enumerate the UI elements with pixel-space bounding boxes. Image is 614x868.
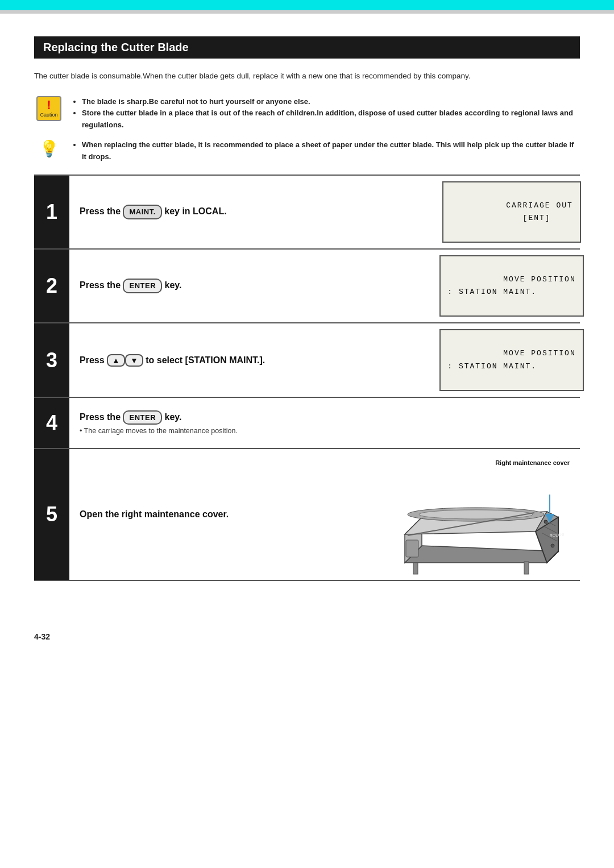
enter-key-badge-2: ENTER (123, 279, 162, 293)
step-1-row: 1 Press the MAINT. key in LOCAL. CARRIAG… (34, 176, 580, 250)
step-1-title-before: Press the (80, 206, 123, 216)
step-2-title-before: Press the (80, 280, 123, 290)
tip-notice: 💡 When replacing the cutter blade, it is… (34, 139, 580, 163)
step-1-number: 1 (34, 176, 69, 248)
step-2-display: MOVE POSITION: STATION MAINT. (443, 250, 580, 322)
step-5-content: Open the right maintenance cover. (69, 449, 377, 580)
step-3-number: 3 (34, 323, 69, 396)
step-3-title-after: to select [STATION MAINT.]. (143, 355, 265, 365)
step-1-title: Press the MAINT. key in LOCAL. (80, 205, 433, 219)
tip-icon-container: 💡 (34, 139, 64, 158)
caution-item-1: The blade is sharp.Be careful not to hur… (82, 96, 580, 108)
svg-text:ROLAND: ROLAND (549, 532, 564, 538)
step-2-title: Press the ENTER key. (80, 279, 433, 293)
step-5-image-area: Right maintenance cover (377, 449, 580, 580)
lightbulb-icon: 💡 (39, 139, 59, 158)
page-title: Replacing the Cutter Blade (34, 36, 580, 59)
step-1-lcd: CARRIAGE OUT [ENT] (442, 181, 581, 243)
step-4-sub: • The carriage moves to the maintenance … (80, 427, 445, 435)
printer-image: Right maintenance cover (388, 455, 570, 574)
step-3-title-before: Press (80, 355, 107, 365)
step-2-row: 2 Press the ENTER key. MOVE POSITION: ST… (34, 250, 580, 323)
enter-key-badge-4: ENTER (123, 410, 162, 425)
step-3-display: MOVE POSITION: STATION MAINT. (443, 323, 580, 396)
right-maintenance-label: Right maintenance cover (495, 459, 570, 466)
step-4-display (455, 398, 580, 448)
step-3-title: Press ▲▼ to select [STATION MAINT.]. (80, 354, 433, 367)
step-2-title-after: key. (162, 280, 181, 290)
svg-point-5 (419, 510, 533, 519)
step-2-content: Press the ENTER key. (69, 250, 443, 322)
step-5-title: Open the right maintenance cover. (80, 508, 367, 521)
step-1-title-after: key in LOCAL. (162, 206, 227, 216)
steps-container: 1 Press the MAINT. key in LOCAL. CARRIAG… (34, 175, 580, 581)
svg-rect-17 (524, 562, 529, 574)
step-4-title-after: key. (162, 412, 181, 422)
up-arrow-key: ▲ (107, 354, 125, 367)
svg-point-11 (544, 520, 547, 524)
step-3-row: 3 Press ▲▼ to select [STATION MAINT.]. M… (34, 323, 580, 397)
down-arrow-key: ▼ (125, 354, 143, 367)
step-5-row: 5 Open the right maintenance cover. Righ… (34, 449, 580, 581)
svg-point-12 (551, 544, 554, 547)
svg-rect-15 (406, 540, 418, 557)
printer-svg: ROLAND (388, 472, 564, 585)
step-4-title-before: Press the (80, 412, 123, 422)
page-number: 4-32 (0, 615, 614, 641)
maint-key-badge: MAINT. (123, 205, 161, 219)
svg-marker-0 (405, 546, 558, 563)
intro-text: The cutter blade is consumable.When the … (34, 70, 580, 82)
tip-text: When replacing the cutter blade, it is r… (72, 139, 580, 163)
caution-item-2: Store the cutter blade in a place that i… (82, 107, 580, 131)
tip-item-1: When replacing the cutter blade, it is r… (82, 139, 580, 163)
caution-exclamation: ! (47, 99, 51, 111)
step-4-row: 4 Press the ENTER key. • The carriage mo… (34, 398, 580, 449)
caution-notice: ! Caution The blade is sharp.Be careful … (34, 96, 580, 131)
caution-icon-container: ! Caution (34, 96, 64, 121)
caution-label: Caution (40, 112, 57, 118)
caution-icon: ! Caution (36, 96, 61, 121)
step-4-content: Press the ENTER key. • The carriage move… (69, 398, 455, 448)
step-4-number: 4 (34, 398, 69, 448)
step-5-number: 5 (34, 449, 69, 580)
step-2-lcd: MOVE POSITION: STATION MAINT. (439, 255, 583, 317)
caution-text: The blade is sharp.Be careful not to hur… (72, 96, 580, 131)
step-2-number: 2 (34, 250, 69, 322)
svg-rect-16 (413, 563, 418, 574)
cyan-top-bar (0, 0, 614, 10)
step-1-content: Press the MAINT. key in LOCAL. (69, 176, 443, 248)
step-3-content: Press ▲▼ to select [STATION MAINT.]. (69, 323, 443, 396)
step-4-title: Press the ENTER key. (80, 410, 445, 425)
step-3-lcd: MOVE POSITION: STATION MAINT. (439, 329, 583, 391)
step-1-display: CARRIAGE OUT [ENT] (443, 176, 580, 248)
